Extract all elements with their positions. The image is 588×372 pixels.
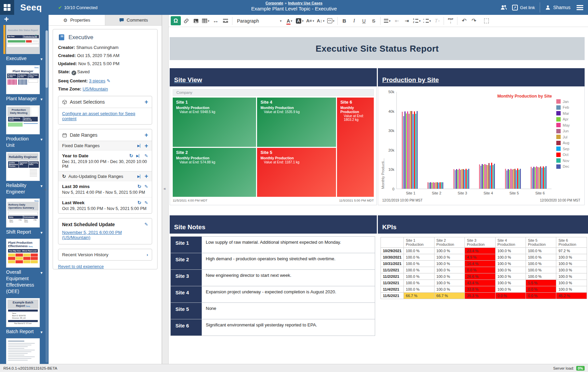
redo-button[interactable]: ↷	[469, 16, 478, 25]
panel-resize-divider[interactable]: «	[162, 15, 169, 364]
bar-may[interactable]	[484, 164, 485, 189]
document-thumbnail[interactable]: Production Daily MeetingUnit Monitoring …	[6, 105, 40, 134]
treemap-node-site-5[interactable]: Site 5Monthly ProductionValue at End: 11…	[257, 148, 336, 197]
chevron-down-icon[interactable]: ▾	[40, 183, 43, 189]
bar-jan[interactable]	[453, 169, 454, 189]
time-zone-link[interactable]: US/Mountain	[83, 86, 108, 91]
bar-jul[interactable]	[461, 169, 463, 189]
underline-button[interactable]: U	[359, 16, 368, 25]
add-auto-range-button[interactable]: +	[144, 174, 148, 179]
legend-item-jan[interactable]: Jan	[556, 99, 570, 104]
bar-feb[interactable]	[480, 166, 481, 189]
sidebar-item-label[interactable]: Batch Report▾	[6, 328, 43, 335]
bar-apr[interactable]	[431, 183, 432, 189]
insert-table-button[interactable]: ▾	[201, 16, 211, 25]
highlight-color-button[interactable]: A▾	[295, 16, 305, 25]
bar-oct[interactable]	[543, 166, 544, 189]
bar-jun[interactable]	[537, 167, 538, 189]
chevron-down-icon[interactable]: ▾	[40, 136, 43, 143]
site-view-title[interactable]: Site View	[174, 76, 202, 84]
legend-item-aug[interactable]: Aug	[556, 141, 570, 145]
paragraph-style-dropdown[interactable]: Paragraph▾	[234, 16, 284, 25]
bar-oct[interactable]	[491, 163, 492, 189]
bar-jan[interactable]	[531, 167, 532, 189]
bar-jan[interactable]	[427, 182, 428, 189]
page-break-button[interactable]	[221, 16, 230, 25]
document-thumbnail[interactable]	[6, 338, 40, 364]
refresh-icon[interactable]: ↻	[137, 184, 141, 189]
document-thumbnail[interactable]: Plant Production Effectiveness SeeqTree …	[6, 239, 40, 268]
add-document-button[interactable]: +	[0, 15, 49, 25]
bar-apr[interactable]	[535, 167, 536, 189]
resize-content-button[interactable]	[482, 16, 491, 25]
bar-oct[interactable]	[440, 182, 441, 189]
step-to-end-icon[interactable]: ▶▏	[136, 154, 141, 158]
bar-jan[interactable]	[479, 164, 480, 189]
document-thumbnail[interactable]: Reliability EngineerUnit/Site Maintenanc…	[6, 152, 40, 181]
revert-link[interactable]: Revert to old experience	[58, 264, 104, 269]
configure-asset-selection-link[interactable]: Configure an asset selection for Seeq co…	[62, 111, 135, 121]
bar-nov[interactable]	[493, 165, 494, 189]
fixed-width-button[interactable]: ↔	[211, 16, 220, 25]
strikethrough-button[interactable]: S	[369, 16, 378, 25]
bar-jan[interactable]	[402, 112, 403, 189]
document-editor[interactable]: Executive Site Status Report Site View C…	[169, 27, 588, 364]
edit-icon[interactable]: ✎	[144, 184, 148, 189]
bar-sep[interactable]	[438, 183, 439, 189]
bar-dec[interactable]	[520, 169, 521, 189]
bar-dec[interactable]	[442, 182, 443, 189]
bar-sep[interactable]	[490, 165, 491, 189]
treemap-node-site-1[interactable]: Site 1Monthly ProductionValue at End: 59…	[173, 98, 256, 147]
bar-jun[interactable]	[512, 169, 513, 189]
edit-icon[interactable]: ✎	[107, 78, 110, 83]
bar-jul[interactable]	[513, 169, 514, 189]
bar-sep[interactable]	[464, 170, 465, 189]
get-link-button[interactable]: ↗ Get link	[512, 5, 535, 10]
edit-icon[interactable]: ✎	[144, 200, 148, 205]
bar-mar[interactable]	[508, 169, 509, 189]
hamburger-menu-icon[interactable]	[575, 4, 585, 11]
bar-jul[interactable]	[436, 182, 437, 189]
app-switcher-button[interactable]	[0, 0, 14, 15]
bar-jun[interactable]	[460, 170, 461, 189]
insert-image-button[interactable]	[191, 16, 200, 25]
chevron-down-icon[interactable]: ▾	[40, 270, 43, 276]
tab-comments[interactable]: Comments	[105, 15, 162, 25]
legend-item-jun[interactable]: Jun	[556, 129, 570, 133]
legend-item-jul[interactable]: Jul	[556, 135, 570, 139]
insert-seeq-content-button[interactable]: Ω	[171, 16, 181, 25]
recent-version-history-button[interactable]: Recent Version History ›	[58, 249, 152, 261]
bar-oct[interactable]	[414, 111, 415, 189]
bar-may[interactable]	[433, 182, 434, 189]
tab-properties[interactable]: ⚙ Properties	[49, 15, 105, 25]
bar-dec[interactable]	[545, 166, 547, 189]
chevron-down-icon[interactable]: ▾	[40, 230, 43, 236]
bar-sep[interactable]	[516, 170, 517, 189]
bar-jul[interactable]	[410, 111, 411, 189]
sidebar-scrollbar[interactable]	[46, 30, 48, 363]
font-size-button[interactable]: A↕▾	[316, 16, 325, 25]
numbered-list-button[interactable]: 12▾	[412, 16, 422, 25]
bar-oct[interactable]	[466, 169, 467, 189]
legend-item-feb[interactable]: Feb	[556, 105, 570, 110]
bar-nov[interactable]	[544, 167, 545, 189]
legend-item-may[interactable]: May	[556, 123, 570, 127]
export-pdf-button[interactable]: PDF↓	[446, 16, 455, 25]
clear-formatting-button[interactable]: Tx	[432, 16, 442, 25]
sidebar-item-label[interactable]: Overall Equipment Effectiveness (OEE)▾	[6, 269, 43, 295]
chevron-down-icon[interactable]: ▾	[40, 56, 43, 62]
bar-sep[interactable]	[541, 168, 542, 189]
legend-item-sep[interactable]: Sep	[556, 147, 570, 151]
bar-dec[interactable]	[468, 169, 469, 189]
breadcrumb-industry-use-cases[interactable]: Industry Use Cases	[288, 1, 323, 5]
indent-button[interactable]: ⇥	[402, 16, 411, 25]
bar-feb[interactable]	[506, 170, 507, 189]
bold-button[interactable]: B	[340, 16, 349, 25]
bar-jun[interactable]	[434, 183, 435, 189]
bar-aug[interactable]	[540, 166, 541, 189]
sidebar-item-label[interactable]: Production Unit▾	[6, 136, 43, 149]
chevron-down-icon[interactable]: ▾	[40, 96, 43, 103]
legend-item-nov[interactable]: Nov	[556, 158, 570, 163]
bar-aug[interactable]	[411, 111, 412, 189]
collapse-sidebar-handle[interactable]: «	[44, 187, 47, 192]
